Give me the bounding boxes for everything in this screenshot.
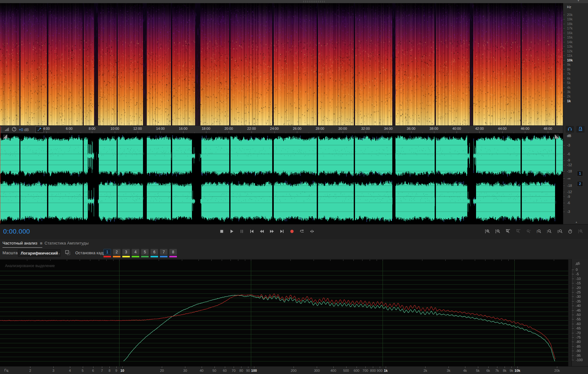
- pin-marker-icon: [37, 127, 42, 133]
- fast-forward-button[interactable]: [268, 226, 275, 236]
- copy-graph-button[interactable]: [65, 250, 71, 255]
- frame-hold-color-bar: [151, 256, 158, 257]
- skip-to-start-button[interactable]: [248, 226, 255, 236]
- tab-label: Частотный анализ: [3, 241, 37, 245]
- headphones-button[interactable]: [566, 126, 574, 133]
- chart-freq-label: 60: [223, 369, 227, 372]
- pause-button[interactable]: [238, 226, 245, 236]
- playhead[interactable]: [0, 126, 0, 224]
- frame-hold-button-2[interactable]: 2: [113, 249, 120, 257]
- timeline-label: 30:00: [338, 127, 347, 130]
- timeline-ruler[interactable]: +0 dB 4:006:008:0010:0012:0014:0016:0018…: [0, 125, 563, 134]
- zoom-in-right-edge-button[interactable]: }: [546, 226, 553, 236]
- frame-hold-button-4[interactable]: 4: [132, 249, 139, 257]
- chart-db-tick-minor: [572, 311, 573, 311]
- chart-db-label: -90: [576, 349, 581, 353]
- frame-hold-button-3[interactable]: 3: [122, 249, 130, 257]
- chart-db-tick: [572, 301, 574, 302]
- frame-hold-button-6[interactable]: 6: [151, 249, 158, 257]
- frame-hold-button-label: 1: [103, 249, 111, 255]
- skip-to-end-button[interactable]: [278, 226, 285, 236]
- zoom-out-horizontal-button[interactable]: [515, 226, 522, 236]
- stop-button[interactable]: [218, 226, 225, 236]
- frame-hold-button-1[interactable]: 1: [103, 249, 111, 257]
- frame-hold-button-5[interactable]: 5: [141, 249, 149, 257]
- chart-db-tick-minor: [572, 281, 573, 281]
- chart-db-tick-minor: [572, 338, 573, 339]
- zoom-full-button[interactable]: [577, 226, 584, 236]
- metronome-button[interactable]: [576, 126, 585, 133]
- selection-handle-right[interactable]: [555, 134, 559, 139]
- scroll-up-icon[interactable]: ▲: [575, 221, 578, 224]
- hz-tick-mark: [563, 24, 565, 24]
- chart-db-label: -55: [576, 317, 581, 321]
- timeline-label: 42:00: [475, 127, 484, 130]
- zoom-to-selection-button[interactable]: {}: [557, 226, 563, 236]
- skip-start-icon: [249, 229, 254, 234]
- frame-hold-button-8[interactable]: 8: [169, 249, 177, 257]
- loop-playback-button[interactable]: [298, 226, 305, 236]
- chart-freq-tick: [241, 366, 241, 368]
- chart-db-tick: [572, 333, 574, 333]
- record-button[interactable]: [288, 226, 295, 236]
- selection-handle-left[interactable]: [3, 134, 7, 139]
- frame-hold-button-label: 6: [151, 249, 158, 255]
- frame-hold-button-7[interactable]: 7: [160, 249, 167, 257]
- audition-window: ▼ Hz 20k19k18k17k16k15k14k13k12k11k10k9k…: [0, 0, 588, 374]
- frame-hold-color-bar: [103, 256, 111, 257]
- chart-freq-label: 8k: [503, 369, 506, 372]
- chart-frequency-axis: Гц 2345678910203040506070809010020030040…: [0, 366, 588, 374]
- chart-db-tick-minor: [572, 276, 573, 276]
- wave-db-tick-minor: [563, 183, 564, 183]
- wave-db-tick-minor: [563, 167, 564, 167]
- panel-menu-icon[interactable]: ≡: [40, 241, 42, 246]
- chart-freq-tick: [70, 366, 70, 368]
- pin-marker-button[interactable]: [35, 126, 44, 133]
- spectrogram-display[interactable]: [0, 3, 563, 125]
- rewind-button[interactable]: [258, 226, 265, 236]
- scale-dropdown[interactable]: Логарифмический ⌄: [18, 249, 61, 257]
- frame-hold-color-bar: [141, 256, 149, 257]
- zoom-in-left-edge-button[interactable]: {: [536, 226, 542, 236]
- panel-grip-icon[interactable]: [1, 127, 2, 133]
- tab-frequency-analysis[interactable]: Частотный анализ ≡: [3, 239, 42, 248]
- chart-freq-label: 2k: [424, 369, 427, 372]
- zoom-reset-button[interactable]: [526, 226, 532, 236]
- hz-tick-label: 2k: [567, 94, 571, 98]
- wave-db-tick-minor: [563, 195, 564, 195]
- restore-zoom-button[interactable]: [567, 226, 573, 236]
- wave-db-tick-minor: [563, 201, 564, 201]
- timeline-label: 16:00: [179, 127, 188, 130]
- chart-db-axis-unit: дБ: [576, 261, 580, 265]
- chart-db-tick-minor: [572, 332, 573, 332]
- channel-badge[interactable]: 2: [577, 181, 583, 187]
- chart-freq-tick: [317, 366, 317, 368]
- zoom-in-vertical-button[interactable]: [484, 226, 490, 236]
- scrollbar-grip-icon[interactable]: [303, 1, 325, 3]
- timeline-label: 12:00: [133, 127, 142, 130]
- zoom-in-horizontal-button[interactable]: [505, 226, 511, 236]
- hz-tick-mark: [563, 96, 565, 97]
- waveform-display[interactable]: [0, 133, 563, 224]
- timeline-label: 18:00: [202, 127, 210, 130]
- chart-freq-tick: [517, 366, 518, 368]
- zoom-out-vertical-button[interactable]: [495, 226, 501, 236]
- chart-db-tick-minor: [572, 308, 573, 308]
- zoom-toolbar: {}{}: [484, 226, 584, 236]
- frequency-axis[interactable]: Hz 20k19k18k17k16k15k14k13k12k11k10k9k8k…: [563, 3, 588, 125]
- hz-tick-label: 17k: [567, 26, 573, 30]
- channel-badge[interactable]: 1: [577, 171, 583, 176]
- hz-tick-label: 18k: [567, 22, 573, 26]
- hz-tick-mark: [563, 19, 565, 19]
- chart-db-tick-minor: [572, 326, 573, 326]
- time-display[interactable]: 0:00.000: [3, 228, 30, 235]
- play-button[interactable]: [228, 226, 235, 236]
- amplitude-axis[interactable]: dB ▲ -3-6-9-12-18-∞-18-12-9-6-312: [563, 133, 588, 224]
- gain-indicator[interactable]: +0 dB: [19, 128, 29, 132]
- frequency-analysis-chart[interactable]: [0, 260, 568, 366]
- wave-db-label: -∞: [567, 176, 571, 180]
- chart-db-tick-minor: [572, 278, 573, 278]
- tab-amplitude-statistics[interactable]: Статистика Амплитуды: [45, 239, 88, 247]
- skip-selection-button[interactable]: [308, 226, 315, 236]
- chart-db-label: -65: [576, 326, 581, 330]
